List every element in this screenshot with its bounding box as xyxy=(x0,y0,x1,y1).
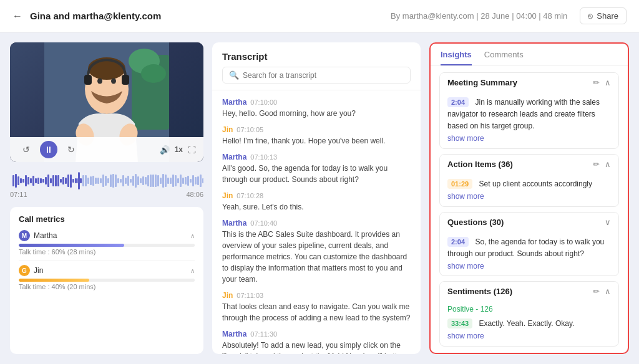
entry-timestamp: 07:10:00 xyxy=(250,98,277,106)
entry-timestamp: 07:10:05 xyxy=(237,126,263,133)
transcript-text: This is the ABC Sales Suite dashboard. I… xyxy=(222,229,411,285)
transcript-text: All's good. So, the agenda for today is … xyxy=(222,163,411,185)
transcript-text: Hey, hello. Good morning, how are you? xyxy=(222,108,411,119)
questions-title: Questions (30) xyxy=(447,218,504,227)
questions-actions: ∨ xyxy=(605,218,611,227)
transcript-entry: Martha 07:11:30 Absolutely! To add a new… xyxy=(222,330,411,354)
header-meta: By martha@klenty.com | 28 June | 04:00 |… xyxy=(391,11,567,21)
sentiments-text: Exactly. Yeah. Exactly. Okay. xyxy=(479,319,575,328)
insights-body: Meeting Summary ✏ ∧ 2:04 Jin is manually… xyxy=(431,66,628,353)
header: ← Gina and martha@klenty.com By martha@k… xyxy=(0,0,639,32)
transcript-text: Absolutely! To add a new lead, you simpl… xyxy=(222,340,411,354)
action-text: Set up client accounts accordingly xyxy=(479,180,592,188)
sentiments-actions: ✏ ∧ xyxy=(593,287,611,296)
questions-header: Questions (30) ∨ xyxy=(440,213,618,232)
avatar-jin: G xyxy=(19,265,30,276)
action-items-content: 01:29 Set up client accounts accordingly… xyxy=(440,174,618,207)
meeting-summary-section: Meeting Summary ✏ ∧ 2:04 Jin is manually… xyxy=(439,72,619,149)
sentiments-header: Sentiments (126) ✏ ∧ xyxy=(440,282,618,301)
action-timestamp: 01:29 xyxy=(447,179,472,189)
transcript-panel: Transcript 🔍 Martha 07:10:00 Hey, hello.… xyxy=(212,42,421,354)
edit-icon-summary[interactable]: ✏ xyxy=(593,78,600,87)
waveform-bar[interactable] xyxy=(10,172,203,189)
action-show-more[interactable]: show more xyxy=(447,192,611,201)
speaker-name: Jin xyxy=(222,125,233,134)
edit-icon-actions[interactable]: ✏ xyxy=(593,160,600,169)
talk-time-martha: Talk time : 60% (28 mins) xyxy=(19,248,195,256)
action-items-actions: ✏ ∧ xyxy=(593,160,611,169)
speaker-name: Jin xyxy=(222,291,233,300)
search-icon: 🔍 xyxy=(229,70,239,80)
tab-insights[interactable]: Insights xyxy=(441,50,472,65)
back-icon: ← xyxy=(12,11,22,22)
summary-text: Jin is manually working with the sales n… xyxy=(447,98,600,130)
svg-rect-9 xyxy=(84,75,92,85)
action-items-section: Action Items (36) ✏ ∧ 01:29 Set up clien… xyxy=(439,154,619,207)
time-labels: 07:11 48:06 xyxy=(10,191,203,198)
volume-icon[interactable]: 🔊 xyxy=(160,145,170,155)
sentiments-content: Positive - 126 33:43 Exactly. Yeah. Exac… xyxy=(440,301,618,347)
action-items-title: Action Items (36) xyxy=(447,160,513,169)
sentiments-section: Sentiments (126) ✏ ∧ Positive - 126 33:4… xyxy=(439,281,619,347)
sentiments-show-more[interactable]: show more xyxy=(447,332,611,340)
speaker-name: Jin xyxy=(222,191,233,200)
back-button[interactable]: ← xyxy=(12,11,22,22)
talk-bar-martha xyxy=(19,244,124,247)
video-container: ↺ ⏸ ↻ 🔊 1x ⛶ xyxy=(10,42,203,162)
questions-timestamp: 2:04 xyxy=(447,237,469,247)
speaker-name: Martha xyxy=(222,219,246,228)
transcript-text: Yeah, sure. Let's do this. xyxy=(222,201,411,213)
transcript-entry: Jin 07:10:28 Yeah, sure. Let's do this. xyxy=(222,191,411,213)
total-time: 48:06 xyxy=(186,191,203,198)
search-box[interactable]: 🔍 xyxy=(222,67,411,84)
svg-rect-10 xyxy=(122,75,129,85)
name-jin: Jin xyxy=(34,266,43,275)
current-time: 07:11 xyxy=(10,191,27,198)
entry-timestamp: 07:10:40 xyxy=(250,219,277,227)
share-button[interactable]: ⎋ Share xyxy=(580,7,627,24)
left-panel: ↺ ⏸ ↻ 🔊 1x ⛶ 07:11 48:06 Call metrics xyxy=(10,42,203,354)
svg-point-8 xyxy=(111,79,116,84)
collapse-icon-sentiments[interactable]: ∧ xyxy=(605,287,611,296)
speaker-name: Martha xyxy=(222,98,246,107)
search-input[interactable] xyxy=(243,71,404,80)
talk-time-jin: Talk time : 40% (20 mins) xyxy=(19,283,195,290)
name-martha: Martha xyxy=(34,231,57,240)
participant-row-jin: G Jin ∧ Talk time : 40% (20 mins) xyxy=(19,265,195,290)
edit-icon-sentiments[interactable]: ✏ xyxy=(593,287,600,296)
transcript-entry: Martha 07:10:13 All's good. So, the agen… xyxy=(222,153,411,185)
waveform-cursor xyxy=(78,172,80,189)
insights-panel: Insights Comments Meeting Summary ✏ ∧ 2:… xyxy=(429,42,629,354)
speaker-name: Martha xyxy=(222,330,246,338)
transcript-text: That looks clean and easy to navigate. C… xyxy=(222,301,411,323)
questions-content: 2:04 So, the agenda for today is to walk… xyxy=(440,232,618,277)
tab-comments[interactable]: Comments xyxy=(484,50,524,65)
progress-section: 07:11 48:06 xyxy=(10,170,203,199)
sentiments-title: Sentiments (126) xyxy=(447,287,512,296)
rewind-button[interactable]: ↺ xyxy=(17,141,35,158)
collapse-icon-summary[interactable]: ∧ xyxy=(605,78,611,87)
summary-show-more[interactable]: show more xyxy=(447,134,611,143)
main-content: ↺ ⏸ ↻ 🔊 1x ⛶ 07:11 48:06 Call metrics xyxy=(0,32,639,364)
meeting-summary-header: Meeting Summary ✏ ∧ xyxy=(440,73,618,92)
play-pause-button[interactable]: ⏸ xyxy=(40,141,57,158)
speed-label[interactable]: 1x xyxy=(175,145,183,154)
transcript-entry: Martha 07:10:40 This is the ABC Sales Su… xyxy=(222,219,411,285)
participant-row-martha: M Martha ∧ Talk time : 60% (28 mins) xyxy=(19,230,195,256)
avatar-martha: M xyxy=(19,230,30,241)
entry-timestamp: 07:10:13 xyxy=(250,153,277,161)
talk-bar-jin xyxy=(19,279,89,282)
forward-button[interactable]: ↻ xyxy=(62,141,80,158)
chevron-jin[interactable]: ∧ xyxy=(190,267,195,274)
collapse-icon-actions[interactable]: ∧ xyxy=(605,160,611,169)
transcript-body: Martha 07:10:00 Hey, hello. Good morning… xyxy=(212,90,421,354)
page-title: Gina and martha@klenty.com xyxy=(30,11,391,21)
metrics-title: Call metrics xyxy=(19,214,195,224)
collapse-icon-questions[interactable]: ∨ xyxy=(605,218,611,227)
video-controls: ↺ ⏸ ↻ 🔊 1x ⛶ xyxy=(10,137,203,162)
transcript-entry: Martha 07:10:00 Hey, hello. Good morning… xyxy=(222,98,411,119)
chevron-martha[interactable]: ∧ xyxy=(190,232,195,239)
transcript-title: Transcript xyxy=(222,51,411,62)
expand-icon[interactable]: ⛶ xyxy=(188,145,196,155)
questions-show-more[interactable]: show more xyxy=(447,262,611,271)
